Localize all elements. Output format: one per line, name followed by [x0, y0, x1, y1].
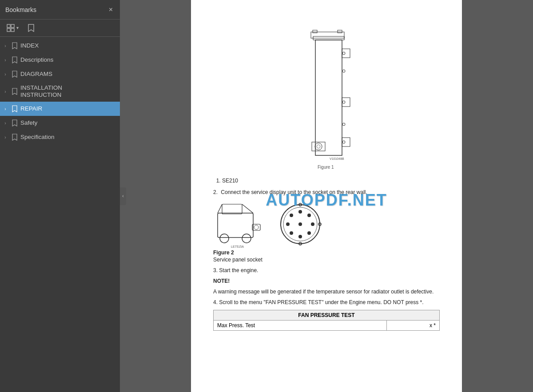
step1-text: SE210 [222, 178, 238, 184]
sidebar-header-icons: × [107, 4, 115, 16]
sidebar-header: Bookmarks × [0, 0, 120, 20]
bookmark-icon [11, 105, 19, 113]
step3-text: 3. Start the engine. [213, 266, 440, 274]
svg-rect-19 [342, 138, 350, 147]
table-cell-label: Max Press. Test [214, 321, 387, 331]
list-item: SE210 [222, 178, 440, 184]
bookmark-icon [11, 119, 19, 127]
step-list: SE210 [222, 178, 440, 184]
svg-point-37 [307, 214, 311, 217]
chevron-icon: › [2, 42, 9, 49]
sidebar-item-diagrams[interactable]: › DIAGRAMS [0, 67, 120, 81]
fan-pressure-table: FAN PRESSURE TEST Max Press. Test x * [213, 310, 440, 331]
svg-rect-18 [342, 98, 350, 107]
view-toggle-button[interactable]: ▼ [4, 22, 23, 34]
svg-point-32 [254, 225, 259, 230]
svg-point-16 [342, 141, 345, 143]
bookmarks-sidebar: Bookmarks × ▼ › [0, 0, 120, 392]
sidebar-item-installation[interactable]: › INSTALLATIONINSTRUCTION [0, 81, 120, 102]
sidebar-item-label: Safety [20, 119, 116, 127]
collapse-icon: ‹ [122, 194, 123, 198]
sidebar-toolbar: ▼ [0, 20, 120, 37]
svg-rect-17 [342, 49, 350, 58]
table-header: FAN PRESSURE TEST [214, 310, 440, 321]
chevron-icon: › [2, 134, 9, 141]
step2-content: Connect the service display unit to the … [221, 189, 367, 195]
svg-point-43 [290, 214, 293, 217]
chevron-icon: › [2, 105, 9, 112]
bookmark-icon [28, 24, 35, 32]
step2-text: 2. Connect the service display unit to t… [213, 188, 440, 196]
svg-point-29 [220, 234, 229, 243]
close-icon: × [109, 6, 113, 14]
bookmark-icon [11, 56, 19, 64]
svg-point-14 [342, 101, 345, 103]
svg-point-30 [242, 234, 251, 243]
svg-point-13 [342, 70, 345, 72]
figure2-machine: LE7515A [213, 200, 271, 249]
sidebar-item-safety[interactable]: › Safety [0, 116, 120, 130]
svg-text:LE7515A: LE7515A [231, 245, 244, 248]
pdf-page[interactable]: V101048B Figure 1 SE210 2. Connect the s… [191, 0, 462, 392]
table-row: Max Press. Test x * [214, 321, 440, 331]
svg-text:V101048B: V101048B [330, 157, 344, 160]
svg-rect-26 [222, 204, 242, 214]
svg-point-40 [298, 235, 302, 238]
sidebar-title: Bookmarks [5, 6, 36, 13]
sidebar-item-label: DIAGRAMS [20, 71, 116, 78]
sidebar-item-label: INSTALLATIONINSTRUCTION [20, 84, 116, 99]
bookmark-button[interactable] [24, 22, 38, 34]
sidebar-item-index[interactable]: › INDEX [0, 39, 120, 53]
step4-text: 4. Scroll to the menu "FAN PRESSURE TEST… [213, 298, 440, 306]
figure1-container: V101048B Figure 1 [213, 13, 440, 173]
main-content: V101048B Figure 1 SE210 2. Connect the s… [120, 0, 533, 392]
svg-rect-11 [338, 30, 342, 33]
svg-point-44 [298, 222, 302, 226]
svg-point-42 [286, 222, 290, 226]
sidebar-item-specification[interactable]: › Specification [0, 130, 120, 144]
figure2-container: LE7515A [213, 200, 440, 263]
figure2-caption: Service panel socket [213, 257, 263, 263]
chevron-icon: › [2, 88, 9, 95]
note-text: A warning message will be generated if t… [213, 288, 440, 296]
svg-point-22 [317, 145, 320, 148]
figure2-images: LE7515A [213, 200, 322, 249]
svg-line-27 [218, 204, 222, 213]
svg-point-39 [307, 231, 311, 235]
bookmark-icon [11, 87, 19, 95]
sidebar-item-label: INDEX [20, 42, 116, 49]
grid-icon [7, 24, 15, 32]
figure2-label: Figure 2 [213, 249, 234, 256]
svg-text:Figure 1: Figure 1 [318, 165, 334, 170]
svg-rect-4 [315, 40, 342, 155]
bookmark-icon [11, 42, 19, 50]
chevron-icon: › [2, 71, 9, 78]
svg-point-41 [290, 231, 293, 235]
figure2-bold-label: Figure 2 [213, 249, 234, 256]
svg-point-38 [311, 222, 314, 226]
sidebar-collapse-handle[interactable]: ‹ [120, 187, 126, 205]
sidebar-item-label: REPAIR [20, 105, 116, 112]
sidebar-items: › INDEX › Descriptions › [0, 37, 120, 392]
figure1-diagram: V101048B Figure 1 [293, 13, 360, 173]
svg-rect-20 [312, 142, 325, 151]
figure2-connector [278, 202, 322, 246]
step3-content: Start the engine. [219, 267, 258, 273]
note-label: NOTE! [213, 277, 440, 285]
svg-rect-2 [7, 28, 10, 32]
svg-rect-3 [11, 28, 14, 32]
page-area[interactable]: V101048B Figure 1 SE210 2. Connect the s… [120, 0, 533, 392]
svg-rect-0 [7, 24, 10, 28]
chevron-icon: › [2, 119, 9, 127]
chevron-icon: › [2, 56, 9, 63]
close-button[interactable]: × [107, 4, 115, 16]
sidebar-item-repair[interactable]: › REPAIR [0, 102, 120, 116]
sidebar-item-label: Specification [20, 134, 116, 141]
sidebar-item-label: Descriptions [20, 56, 116, 63]
svg-point-36 [298, 210, 302, 214]
svg-rect-10 [313, 30, 317, 33]
sidebar-item-descriptions[interactable]: › Descriptions [0, 53, 120, 67]
svg-point-21 [315, 143, 322, 150]
bookmark-icon [11, 133, 19, 141]
svg-line-28 [242, 204, 253, 213]
